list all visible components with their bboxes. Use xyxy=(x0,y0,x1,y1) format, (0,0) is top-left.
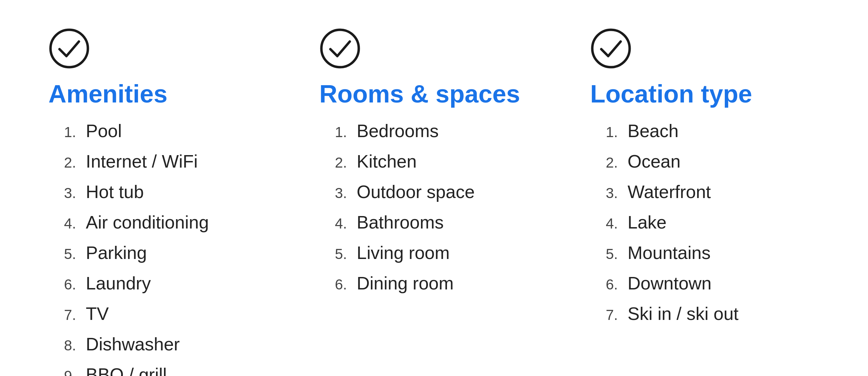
list-item-text: Pool xyxy=(86,120,122,141)
list-item-text: TV xyxy=(86,303,109,324)
list-item: 8.Dishwasher xyxy=(48,334,278,355)
list-item-text: Downtown xyxy=(628,273,712,294)
column-title-rooms-spaces: Rooms & spaces xyxy=(319,80,520,108)
list-item-number: 4. xyxy=(590,215,618,232)
list-item-text: Air conditioning xyxy=(86,212,209,233)
column-location-type: Location type1.Beach2.Ocean3.Waterfront4… xyxy=(569,21,840,376)
list-item-text: Internet / WiFi xyxy=(86,151,198,172)
list-item-number: 1. xyxy=(48,124,76,141)
list-item: 2.Internet / WiFi xyxy=(48,151,278,172)
item-list-location-type: 1.Beach2.Ocean3.Waterfront4.Lake5.Mounta… xyxy=(590,120,820,334)
list-item-number: 2. xyxy=(48,154,76,171)
list-item: 1.Bedrooms xyxy=(319,120,549,141)
list-item: 5.Mountains xyxy=(590,242,820,263)
item-list-amenities: 1.Pool2.Internet / WiFi3.Hot tub4.Air co… xyxy=(48,120,278,376)
svg-point-1 xyxy=(321,30,359,67)
list-item: 4.Air conditioning xyxy=(48,212,278,233)
svg-point-2 xyxy=(592,30,630,67)
list-item-number: 6. xyxy=(590,276,618,293)
list-item: 1.Pool xyxy=(48,120,278,141)
list-item-number: 1. xyxy=(590,124,618,141)
list-item-text: Beach xyxy=(628,120,678,141)
list-item: 5.Living room xyxy=(319,242,549,263)
list-item: 2.Ocean xyxy=(590,151,820,172)
svg-point-0 xyxy=(51,30,88,67)
list-item: 3.Outdoor space xyxy=(319,181,549,202)
list-item: 4.Bathrooms xyxy=(319,212,549,233)
list-item: 1.Beach xyxy=(590,120,820,141)
list-item-text: Ski in / ski out xyxy=(628,303,739,324)
list-item-number: 6. xyxy=(48,276,76,293)
list-item-number: 2. xyxy=(319,154,347,171)
list-item-text: Mountains xyxy=(628,242,711,263)
list-item-number: 5. xyxy=(48,246,76,262)
column-amenities: Amenities1.Pool2.Internet / WiFi3.Hot tu… xyxy=(28,21,299,376)
list-item-text: Laundry xyxy=(86,273,151,294)
list-item-text: Dining room xyxy=(357,273,454,294)
list-item: 7.Ski in / ski out xyxy=(590,303,820,324)
list-item-number: 6. xyxy=(319,276,347,293)
checkmark-circle-icon xyxy=(48,28,90,69)
list-item-number: 7. xyxy=(590,307,618,323)
list-item-text: Outdoor space xyxy=(357,181,475,202)
list-item-text: Kitchen xyxy=(357,151,417,172)
list-item-number: 5. xyxy=(319,246,347,262)
list-item-number: 4. xyxy=(48,215,76,232)
list-item: 6.Downtown xyxy=(590,273,820,294)
list-item: 3.Hot tub xyxy=(48,181,278,202)
list-item: 3.Waterfront xyxy=(590,181,820,202)
list-item-number: 4. xyxy=(319,215,347,232)
list-item-text: Bedrooms xyxy=(357,120,439,141)
list-item-text: Bathrooms xyxy=(357,212,444,233)
list-item: 2.Kitchen xyxy=(319,151,549,172)
list-item-text: BBQ / grill xyxy=(86,364,167,376)
list-item: 6.Laundry xyxy=(48,273,278,294)
column-title-location-type: Location type xyxy=(590,80,752,108)
list-item-number: 8. xyxy=(48,337,76,354)
item-list-rooms-spaces: 1.Bedrooms2.Kitchen3.Outdoor space4.Bath… xyxy=(319,120,549,303)
checkmark-circle-icon xyxy=(319,28,361,69)
column-rooms-spaces: Rooms & spaces1.Bedrooms2.Kitchen3.Outdo… xyxy=(299,21,569,376)
list-item-number: 1. xyxy=(319,124,347,141)
list-item-number: 3. xyxy=(590,185,618,202)
list-item: 5.Parking xyxy=(48,242,278,263)
list-item-number: 3. xyxy=(319,185,347,202)
list-item: 4.Lake xyxy=(590,212,820,233)
checkmark-circle-icon xyxy=(590,28,632,69)
list-item-text: Living room xyxy=(357,242,450,263)
list-item: 9.BBQ / grill xyxy=(48,364,278,376)
list-item-number: 2. xyxy=(590,154,618,171)
list-item-text: Lake xyxy=(628,212,667,233)
list-item-text: Dishwasher xyxy=(86,334,180,355)
column-title-amenities: Amenities xyxy=(48,80,167,108)
list-item-text: Parking xyxy=(86,242,147,263)
page-container: Amenities1.Pool2.Internet / WiFi3.Hot tu… xyxy=(28,21,840,376)
list-item-text: Waterfront xyxy=(628,181,711,202)
list-item: 6.Dining room xyxy=(319,273,549,294)
list-item-text: Ocean xyxy=(628,151,680,172)
list-item-number: 5. xyxy=(590,246,618,262)
list-item-text: Hot tub xyxy=(86,181,144,202)
list-item-number: 9. xyxy=(48,368,76,376)
list-item: 7.TV xyxy=(48,303,278,324)
list-item-number: 7. xyxy=(48,307,76,323)
list-item-number: 3. xyxy=(48,185,76,202)
